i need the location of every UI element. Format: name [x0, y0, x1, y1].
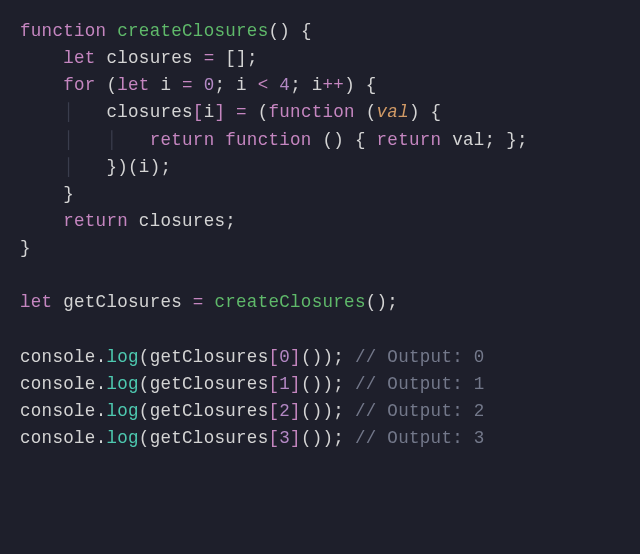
code-block: function createClosures() { let closures… [20, 18, 620, 452]
line-15: console.log(getClosures[2]()); // Output… [20, 401, 485, 421]
line-2: let closures = []; [20, 48, 258, 68]
line-5: │ │ return function () { return val; }; [20, 130, 528, 150]
line-13: console.log(getClosures[0]()); // Output… [20, 347, 485, 367]
line-16: console.log(getClosures[3]()); // Output… [20, 428, 485, 448]
line-6: │ })(i); [20, 157, 171, 177]
line-7: } [20, 184, 74, 204]
line-14: console.log(getClosures[1]()); // Output… [20, 374, 485, 394]
line-12 [20, 319, 31, 339]
line-8: return closures; [20, 211, 236, 231]
line-11: let getClosures = createClosures(); [20, 292, 398, 312]
line-4: │ closures[i] = (function (val) { [20, 102, 441, 122]
line-1: function createClosures() { [20, 21, 312, 41]
line-9: } [20, 238, 31, 258]
line-3: for (let i = 0; i < 4; i++) { [20, 75, 377, 95]
line-10 [20, 265, 31, 285]
